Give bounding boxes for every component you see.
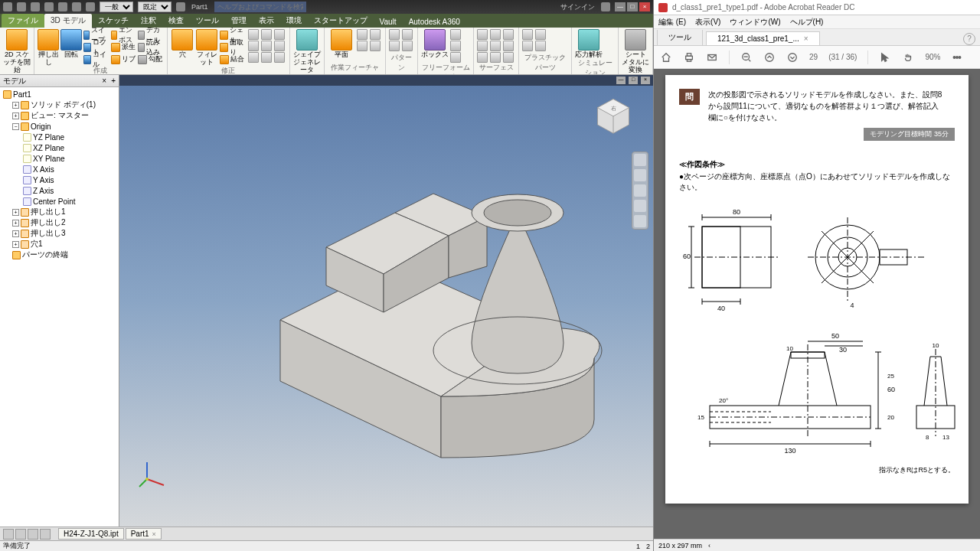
expand-icon[interactable]: + — [12, 241, 19, 248]
collapse-icon[interactable]: − — [12, 123, 19, 130]
menu-window[interactable]: ウィンドウ(W) — [730, 17, 780, 28]
acrobat-document-area[interactable]: 問 次の投影図で示されるソリッドモデルを作成しなさい。また、設問8から設問11に… — [654, 69, 980, 539]
ff3-icon[interactable] — [450, 52, 461, 63]
emboss-button[interactable]: エンボス — [111, 29, 137, 41]
tree-x-axis[interactable]: X Axis — [2, 164, 117, 174]
tree-feature-1[interactable]: +押し出し1 — [2, 207, 117, 217]
home-icon[interactable] — [86, 2, 95, 11]
tree-feature-4[interactable]: +穴1 — [2, 239, 117, 249]
help-icon[interactable]: ? — [963, 33, 975, 45]
expand-icon[interactable]: + — [12, 112, 19, 119]
page-up-icon[interactable] — [763, 51, 776, 64]
expand-icon[interactable]: + — [12, 102, 19, 109]
tab-a360[interactable]: Autodesk A360 — [403, 16, 466, 28]
tab-env[interactable]: 環境 — [280, 14, 308, 28]
layout4-icon[interactable] — [40, 529, 51, 540]
grounded-icon[interactable] — [370, 41, 381, 51]
prev-page-icon[interactable]: ‹ — [708, 542, 710, 549]
s4-icon[interactable] — [477, 41, 488, 51]
vp-min-icon[interactable]: — — [616, 77, 626, 84]
tab-inspect[interactable]: 検査 — [162, 14, 190, 28]
doc-tab-1[interactable]: H24-Z-J1-Q8.ipt — [58, 528, 124, 540]
tree-yz-plane[interactable]: YZ Plane — [2, 132, 117, 142]
ff2-icon[interactable] — [450, 41, 461, 51]
tab-annotate[interactable]: 注釈 — [135, 14, 162, 28]
p1-icon[interactable] — [522, 29, 533, 40]
tree-center-point[interactable]: Center Point — [2, 196, 117, 207]
tab-tools[interactable]: ツール — [657, 30, 703, 45]
p4-icon[interactable] — [535, 41, 546, 51]
move-icon[interactable] — [248, 41, 259, 51]
coil-button[interactable]: コイル — [83, 54, 109, 65]
orbit-icon[interactable] — [634, 200, 646, 212]
combine-button[interactable]: 結合 — [220, 54, 246, 65]
print-icon[interactable] — [683, 51, 695, 64]
redo-icon[interactable] — [72, 2, 81, 11]
s7-icon[interactable] — [477, 52, 488, 63]
tree-y-axis[interactable]: Y Axis — [2, 174, 117, 185]
signin-link[interactable]: サインイン — [560, 2, 595, 12]
tree-feature-2[interactable]: +押し出し2 — [2, 217, 117, 228]
home-icon[interactable] — [660, 51, 672, 64]
s3-icon[interactable] — [503, 29, 514, 40]
stress-button[interactable]: 応力解析 — [575, 29, 603, 58]
tab-sketch[interactable]: スケッチ — [92, 14, 135, 28]
extrude-button[interactable]: 押し出し — [38, 29, 59, 66]
close-tab-icon[interactable]: × — [804, 34, 808, 43]
import-button[interactable]: 読み込み — [138, 41, 164, 53]
tree-origin[interactable]: −Origin — [2, 121, 117, 132]
tree-end-of-part[interactable]: パーツの終端 — [2, 249, 117, 260]
page-down-icon[interactable] — [786, 51, 799, 64]
sheetmetal-button[interactable]: シート メタルに変換 — [622, 29, 649, 73]
s6-icon[interactable] — [503, 41, 514, 51]
vp-close-icon[interactable]: × — [641, 77, 650, 84]
p2-icon[interactable] — [535, 29, 546, 40]
email-icon[interactable] — [706, 51, 718, 64]
lookat-icon[interactable] — [634, 215, 646, 227]
start-2d-sketch-button[interactable]: 2D スケッチを開始 — [3, 29, 31, 73]
rect-pattern-icon[interactable] — [389, 29, 400, 40]
point-icon[interactable] — [370, 29, 381, 40]
expand-icon[interactable]: + — [12, 230, 19, 237]
mirror-icon[interactable] — [389, 41, 400, 51]
s1-icon[interactable] — [477, 29, 488, 40]
derive-button[interactable]: 派生 — [111, 41, 137, 53]
ucs-icon[interactable] — [357, 41, 368, 51]
trim-icon[interactable] — [261, 52, 272, 63]
ff1-icon[interactable] — [450, 29, 461, 40]
material-select-2[interactable]: 既定 — [138, 2, 172, 12]
browser-add-icon[interactable]: + — [111, 77, 116, 85]
tab-document[interactable]: 121_3d_class1_pre1_...× — [706, 31, 820, 45]
p3-icon[interactable] — [522, 41, 533, 51]
s9-icon[interactable] — [503, 52, 514, 63]
shape-generator-button[interactable]: シェイプ ジェネレータ — [293, 29, 321, 73]
material-select-1[interactable]: 一般 — [100, 2, 133, 12]
tree-feature-3[interactable]: +押し出し3 — [2, 228, 117, 239]
appearance-icon[interactable] — [176, 2, 185, 11]
open-icon[interactable] — [31, 2, 40, 11]
s8-icon[interactable] — [490, 52, 501, 63]
fullnav-icon[interactable] — [634, 154, 646, 166]
maximize-button[interactable]: □ — [627, 2, 638, 11]
draft-button[interactable]: 面取り — [220, 41, 246, 53]
tab-3dmodel[interactable]: 3D モデル — [44, 14, 92, 28]
expand-icon[interactable]: + — [12, 209, 19, 216]
close-tab-icon[interactable]: × — [152, 530, 156, 538]
tab-tools[interactable]: ツール — [190, 14, 225, 28]
delete-icon[interactable] — [274, 41, 285, 51]
zoom-out-icon[interactable] — [740, 51, 753, 64]
menu-help[interactable]: ヘルプ(H) — [790, 17, 824, 28]
sketch-pattern-icon[interactable] — [402, 41, 413, 51]
fillet-button[interactable]: フィレット — [195, 29, 218, 66]
rib-button[interactable]: リブ — [111, 54, 137, 65]
minimize-button[interactable]: — — [615, 2, 626, 11]
extend-icon[interactable] — [274, 52, 285, 63]
tab-view[interactable]: 表示 — [253, 14, 280, 28]
tab-startup[interactable]: スタートアップ — [308, 14, 374, 28]
browser-close-icon[interactable]: × — [102, 77, 106, 85]
doc-tab-2[interactable]: Part1× — [126, 528, 162, 540]
circ-pattern-icon[interactable] — [402, 29, 413, 40]
zoom-level[interactable]: 90% — [925, 53, 940, 61]
direct-icon[interactable] — [274, 29, 285, 40]
3d-viewport[interactable]: — □ × 右 — [119, 75, 653, 527]
